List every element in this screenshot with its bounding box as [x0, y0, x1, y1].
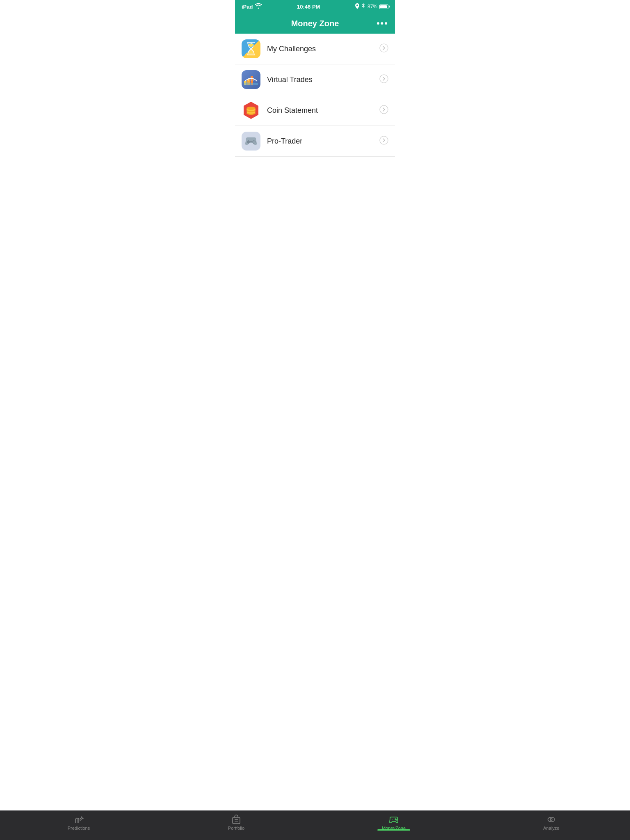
protrader-label: Pro-Trader — [267, 137, 379, 146]
svg-point-21 — [253, 143, 255, 144]
svg-point-19 — [255, 142, 256, 143]
nav-bar: Money Zone ••• — [235, 13, 395, 34]
svg-point-14 — [247, 107, 256, 110]
challenges-chevron — [379, 43, 388, 55]
svg-point-18 — [253, 140, 255, 142]
challenges-label: My Challenges — [267, 45, 379, 53]
wifi-icon — [255, 3, 262, 10]
challenges-icon — [242, 39, 260, 58]
bluetooth-icon — [361, 3, 365, 10]
svg-point-23 — [380, 136, 388, 144]
menu-item-protrader[interactable]: Pro-Trader — [235, 126, 395, 157]
svg-point-8 — [380, 75, 388, 83]
trades-label: Virtual Trades — [267, 75, 379, 84]
battery-percent: 87% — [368, 4, 377, 9]
svg-rect-17 — [247, 141, 250, 143]
status-right: 87% — [355, 3, 388, 10]
location-icon — [355, 3, 359, 10]
trades-chevron — [379, 74, 388, 85]
trades-icon — [242, 70, 260, 89]
coinstatement-chevron — [379, 105, 388, 116]
status-left: iPad — [242, 3, 262, 10]
svg-point-20 — [252, 142, 253, 143]
more-button[interactable]: ••• — [377, 18, 388, 29]
protrader-icon — [242, 132, 260, 151]
status-bar: iPad 10:46 PM 87% — [235, 0, 395, 13]
device-label: iPad — [242, 4, 253, 10]
menu-item-trades[interactable]: Virtual Trades — [235, 64, 395, 95]
status-time: 10:46 PM — [297, 4, 320, 10]
svg-rect-22 — [250, 141, 252, 142]
nav-title: Money Zone — [291, 19, 339, 28]
menu-item-challenges[interactable]: My Challenges — [235, 34, 395, 64]
svg-point-1 — [380, 44, 388, 52]
battery-icon — [379, 5, 388, 9]
protrader-chevron — [379, 136, 388, 147]
menu-item-coinstatement[interactable]: Coin Statement — [235, 95, 395, 126]
svg-point-15 — [380, 105, 388, 114]
menu-list: My Challenges — [235, 34, 395, 186]
coinstatement-label: Coin Statement — [267, 106, 379, 115]
coin-statement-icon — [242, 101, 260, 120]
